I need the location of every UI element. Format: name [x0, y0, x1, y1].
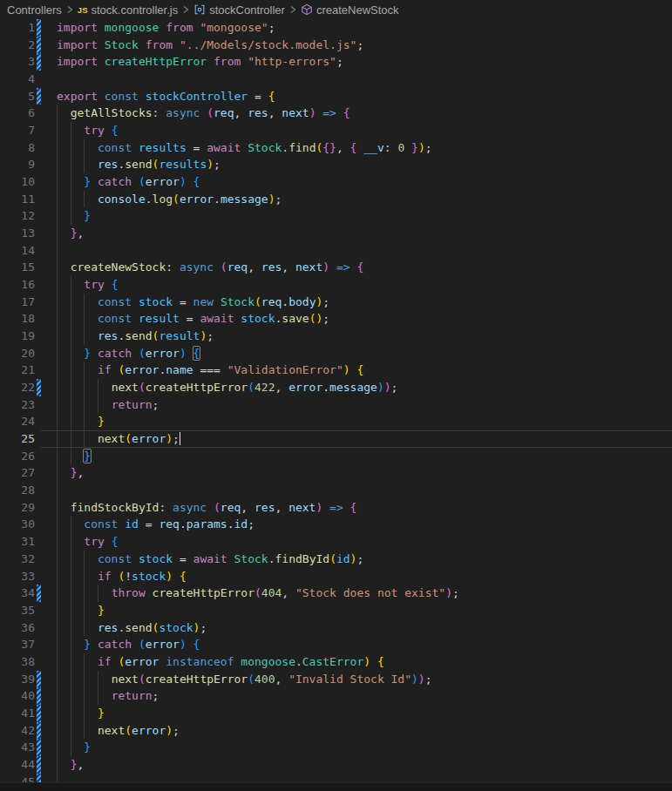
- line-number[interactable]: 17: [0, 294, 35, 311]
- code-line[interactable]: 41 }: [0, 705, 672, 722]
- code-line[interactable]: 24 }: [0, 413, 672, 430]
- code-line[interactable]: 2import Stock from "../Models/stock.mode…: [0, 37, 672, 54]
- code-line[interactable]: 18 const result = await stock.save();: [0, 310, 672, 328]
- code-line[interactable]: 25 next(error);: [0, 430, 672, 448]
- code-line[interactable]: 7 try {: [0, 122, 672, 139]
- line-number[interactable]: 19: [0, 328, 35, 345]
- code-token: =: [139, 517, 159, 531]
- code-line[interactable]: 14: [0, 242, 672, 260]
- line-number[interactable]: 20: [0, 345, 35, 362]
- line-number[interactable]: 39: [0, 671, 35, 688]
- line-number[interactable]: 11: [0, 191, 35, 208]
- code-line[interactable]: 20 } catch (error) {: [0, 345, 672, 362]
- code-line[interactable]: 28: [0, 482, 672, 499]
- line-number[interactable]: 23: [0, 396, 35, 414]
- line-number[interactable]: 18: [0, 310, 35, 328]
- code-editor[interactable]: 1import mongoose from "mongoose";2import…: [0, 19, 672, 791]
- code-line[interactable]: 21 if (error.name === "ValidationError")…: [0, 362, 672, 379]
- line-number[interactable]: 5: [0, 88, 35, 105]
- line-number[interactable]: 29: [0, 499, 35, 517]
- line-number[interactable]: 9: [0, 156, 35, 173]
- line-number[interactable]: 16: [0, 276, 35, 294]
- line-number[interactable]: 37: [0, 636, 35, 653]
- code-line[interactable]: 12 }: [0, 207, 672, 225]
- code-line[interactable]: 43 }: [0, 739, 672, 756]
- code-line[interactable]: 37 } catch (error) {: [0, 636, 672, 653]
- code-area: try {: [41, 276, 672, 294]
- code-line[interactable]: 1import mongoose from "mongoose";: [0, 19, 672, 37]
- line-number[interactable]: 38: [0, 653, 35, 671]
- line-number[interactable]: 8: [0, 139, 35, 157]
- line-number[interactable]: 44: [0, 756, 35, 774]
- code-line[interactable]: 16 try {: [0, 276, 672, 294]
- code-line[interactable]: 10 } catch (error) {: [0, 173, 672, 191]
- line-number[interactable]: 13: [0, 225, 35, 242]
- line-number[interactable]: 22: [0, 379, 35, 396]
- code-line[interactable]: 27 },: [0, 464, 672, 482]
- line-number[interactable]: 7: [0, 122, 35, 139]
- code-line[interactable]: 32 const stock = await Stock.findById(id…: [0, 551, 672, 568]
- line-number[interactable]: 27: [0, 464, 35, 482]
- line-number[interactable]: 33: [0, 568, 35, 585]
- code-token: await: [207, 141, 248, 154]
- code-line[interactable]: 30 const id = req.params.id;: [0, 516, 672, 533]
- line-number[interactable]: 40: [0, 687, 35, 705]
- line-number[interactable]: 12: [0, 207, 35, 225]
- line-number[interactable]: 43: [0, 739, 35, 756]
- line-number[interactable]: 2: [0, 37, 35, 54]
- line-number[interactable]: 4: [0, 71, 35, 88]
- code-line[interactable]: 23 return;: [0, 396, 672, 414]
- code-line[interactable]: 13 },: [0, 225, 672, 242]
- code-line[interactable]: 33 if (!stock) {: [0, 568, 672, 585]
- line-number[interactable]: 26: [0, 448, 35, 465]
- code-line[interactable]: 3import createHttpError from "http-error…: [0, 53, 672, 71]
- code-line[interactable]: 34 throw createHttpError(404, "Stock doe…: [0, 585, 672, 602]
- line-number[interactable]: 15: [0, 259, 35, 276]
- line-number[interactable]: 21: [0, 362, 35, 379]
- code-line[interactable]: 44 },: [0, 756, 672, 774]
- code-line[interactable]: 42 next(error);: [0, 722, 672, 740]
- line-number[interactable]: 36: [0, 619, 35, 637]
- line-number[interactable]: 41: [0, 705, 35, 722]
- code-line[interactable]: 17 const stock = new Stock(req.body);: [0, 294, 672, 311]
- line-number[interactable]: 3: [0, 53, 35, 71]
- line-number[interactable]: 6: [0, 105, 35, 122]
- code-text: throw createHttpError(404, "Stock does n…: [41, 585, 672, 602]
- line-number[interactable]: 1: [0, 19, 35, 37]
- code-line[interactable]: 36 res.send(stock);: [0, 619, 672, 637]
- line-number[interactable]: 10: [0, 173, 35, 191]
- breadcrumb-item-createnewstock[interactable]: createNewStock: [301, 3, 399, 17]
- code-line[interactable]: 15 createNewStock: async (req, res, next…: [0, 259, 672, 276]
- code-area: [41, 242, 672, 260]
- code-line[interactable]: 35 }: [0, 602, 672, 619]
- code-line[interactable]: 19 res.send(result);: [0, 328, 672, 345]
- code-line[interactable]: 39 next(createHttpError(400, "Invalid St…: [0, 671, 672, 688]
- code-line[interactable]: 22 next(createHttpError(422, error.messa…: [0, 379, 672, 396]
- line-number[interactable]: 42: [0, 722, 35, 740]
- code-line[interactable]: 11 console.log(error.message);: [0, 191, 672, 208]
- code-line[interactable]: 40 return;: [0, 687, 672, 705]
- breadcrumb-item-file[interactable]: JS stock.controller.js: [78, 3, 178, 17]
- code-line[interactable]: 26 }: [0, 448, 672, 465]
- horizontal-scrollbar[interactable]: [0, 782, 672, 791]
- line-number[interactable]: 30: [0, 516, 35, 533]
- code-line[interactable]: 38 if (error instanceof mongoose.CastErr…: [0, 653, 672, 671]
- code-line[interactable]: 8 const results = await Stock.find({}, {…: [0, 139, 672, 157]
- line-number[interactable]: 14: [0, 242, 35, 260]
- breadcrumb-item-stockcontroller[interactable]: stockController: [193, 3, 285, 17]
- code-line[interactable]: 6 getAllStocks: async (req, res, next) =…: [0, 105, 672, 122]
- line-number[interactable]: 28: [0, 482, 35, 499]
- code-line[interactable]: 4: [0, 71, 672, 88]
- code-line[interactable]: 5export const stockController = {: [0, 88, 672, 105]
- line-number[interactable]: 25: [0, 430, 35, 448]
- code-line[interactable]: 31 try {: [0, 533, 672, 551]
- line-number[interactable]: 32: [0, 551, 35, 568]
- line-number[interactable]: 24: [0, 413, 35, 430]
- code-token: (: [139, 638, 146, 651]
- code-line[interactable]: 29 findStockById: async (req, res, next)…: [0, 499, 672, 517]
- line-number[interactable]: 34: [0, 585, 35, 602]
- line-number[interactable]: 35: [0, 602, 35, 619]
- line-number[interactable]: 31: [0, 533, 35, 551]
- code-line[interactable]: 9 res.send(results);: [0, 156, 672, 173]
- breadcrumb-item-controllers[interactable]: Controllers: [7, 3, 62, 17]
